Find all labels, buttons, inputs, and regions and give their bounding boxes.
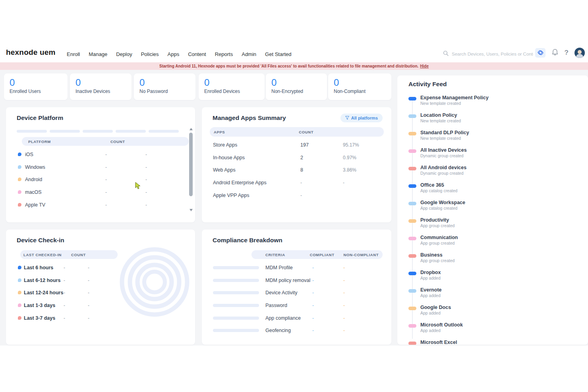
feed-subtitle: Dynamic group created xyxy=(420,171,464,176)
feed-title: Evernote xyxy=(420,287,442,293)
stat-value: 0 xyxy=(204,77,259,88)
hexnode-assist-icon[interactable] xyxy=(535,48,545,58)
feed-marker xyxy=(408,342,416,345)
platform-label: Android xyxy=(25,177,42,182)
managed-apps-panel: Managed Apps Summary All platforms APPS … xyxy=(202,107,391,222)
filter-label: All platforms xyxy=(351,116,378,120)
user-avatar[interactable] xyxy=(574,48,585,58)
col-non-compliant: NON-COMPLIANT xyxy=(344,253,379,257)
checkin-percent: - xyxy=(88,278,89,283)
feed-subtitle: Dynamic group created xyxy=(420,153,464,158)
criteria-label: Password xyxy=(265,303,287,308)
app-type-label: Android Enterprise Apps xyxy=(213,180,267,185)
feed-subtitle: App catalog created xyxy=(420,206,457,210)
non-compliant-value: - xyxy=(343,328,345,333)
stat-label: No Password xyxy=(139,89,190,94)
search-input[interactable] xyxy=(452,52,533,56)
checkin-percent: - xyxy=(88,315,89,321)
checkin-count: - xyxy=(64,303,65,308)
checkin-label: Last 12-24 hours xyxy=(24,290,63,295)
feed-marker xyxy=(408,132,416,135)
nav-manage[interactable]: Manage xyxy=(89,51,107,57)
all-platforms-filter-button[interactable]: All platforms xyxy=(340,114,383,122)
nav-apps[interactable]: Apps xyxy=(168,51,180,57)
feed-marker xyxy=(408,219,416,223)
feed-subtitle: New template created xyxy=(420,136,461,141)
feed-subtitle: App added xyxy=(420,293,441,298)
non-compliant-value: - xyxy=(343,315,345,321)
checkin-label: Last 1-3 days xyxy=(24,303,55,308)
compliant-value: - xyxy=(312,290,314,295)
stat-card-inactive-devices[interactable]: 0 Inactive Devices xyxy=(70,73,132,100)
col-apps: APPS xyxy=(214,130,225,134)
nav-admin[interactable]: Admin xyxy=(242,51,256,57)
col-count: COUNT xyxy=(71,253,86,257)
platform-label: macOS xyxy=(25,189,42,195)
notification-bell-icon[interactable] xyxy=(551,48,559,58)
scroll-down-icon[interactable] xyxy=(190,209,193,211)
stat-card-no-password[interactable]: 0 No Password xyxy=(134,73,195,100)
android-11-notice-banner: Starting Android 11, Hexnode apps must b… xyxy=(0,62,588,70)
hexnode-logo[interactable]: hexnode uem xyxy=(6,48,56,57)
nav-policies[interactable]: Policies xyxy=(141,51,159,57)
nav-deploy[interactable]: Deploy xyxy=(116,51,132,57)
stat-card-enrolled-users[interactable]: 0 Enrolled Users xyxy=(4,73,68,100)
checkin-dot xyxy=(18,278,21,282)
app-count: - xyxy=(300,193,302,198)
scroll-up-icon[interactable] xyxy=(190,128,193,130)
platform-percent: - xyxy=(145,152,147,157)
stat-card-enrolled-devices[interactable]: 0 Enrolled Devices xyxy=(199,73,265,100)
criteria-label: Device Activity xyxy=(265,290,298,295)
platform-count: - xyxy=(105,152,107,157)
feed-marker xyxy=(408,114,416,118)
platform-dot xyxy=(18,178,21,181)
checkin-count: - xyxy=(64,278,65,283)
nav-get-started[interactable]: Get Started xyxy=(265,51,291,57)
feed-title: All Inactive Devices xyxy=(420,147,467,153)
platform-percent: - xyxy=(145,189,147,195)
help-icon[interactable]: ? xyxy=(565,49,569,57)
checkin-dot xyxy=(18,316,21,320)
stat-label: Enrolled Users xyxy=(10,89,62,94)
col-platform: PLATFORM xyxy=(28,139,51,144)
stat-card-non-compliant[interactable]: 0 Non-Compliant xyxy=(328,73,391,100)
search-icon xyxy=(443,50,449,58)
filter-funnel-icon xyxy=(345,116,349,120)
platform-dot xyxy=(18,190,21,194)
banner-hide-link[interactable]: Hide xyxy=(420,64,429,68)
device-checkin-panel: Device Check-in LAST CHECKED-IN COUNT La… xyxy=(6,230,195,345)
feed-title: Office 365 xyxy=(420,182,444,188)
feed-subtitle: App group created xyxy=(420,258,455,263)
feed-subtitle: App catalog created xyxy=(420,188,457,193)
device-platform-panel: Device Platform PLATFORM COUNT iOS - - W… xyxy=(6,107,195,222)
checkin-label: Last 6-12 hours xyxy=(24,278,60,283)
feed-subtitle: App group created xyxy=(420,241,455,245)
stat-card-non-encrypted[interactable]: 0 Non-Encrypted xyxy=(266,73,327,100)
checkin-dot xyxy=(18,303,21,307)
criteria-label: Geofencing xyxy=(265,328,291,333)
nav-enroll[interactable]: Enroll xyxy=(67,51,80,57)
feed-marker xyxy=(408,97,416,100)
platform-count: - xyxy=(105,177,107,182)
panel-title: Managed Apps Summary xyxy=(213,114,286,122)
feed-subtitle: New template created xyxy=(420,118,461,123)
global-search[interactable] xyxy=(443,49,538,59)
table-header: APPS COUNT xyxy=(210,127,384,137)
scroll-thumb[interactable] xyxy=(189,133,193,196)
panel-title: Compliance Breakdown xyxy=(213,237,282,244)
platform-label: Windows xyxy=(25,164,45,170)
feed-marker xyxy=(408,184,416,188)
compliant-value: - xyxy=(312,328,314,333)
nav-reports[interactable]: Reports xyxy=(215,51,233,57)
feed-marker xyxy=(408,324,416,328)
nav-content[interactable]: Content xyxy=(188,51,206,57)
panel-scrollbar[interactable] xyxy=(189,128,193,211)
app-count: 2 xyxy=(300,155,303,160)
compliance-skeleton-bar xyxy=(213,304,259,307)
feed-marker xyxy=(408,254,416,258)
feed-marker xyxy=(408,307,416,310)
activity-feed-panel: Activity Feed Expense Management Policy … xyxy=(397,75,588,345)
platform-dot xyxy=(18,203,21,207)
feed-marker xyxy=(408,149,416,153)
checkin-count: - xyxy=(64,315,65,321)
